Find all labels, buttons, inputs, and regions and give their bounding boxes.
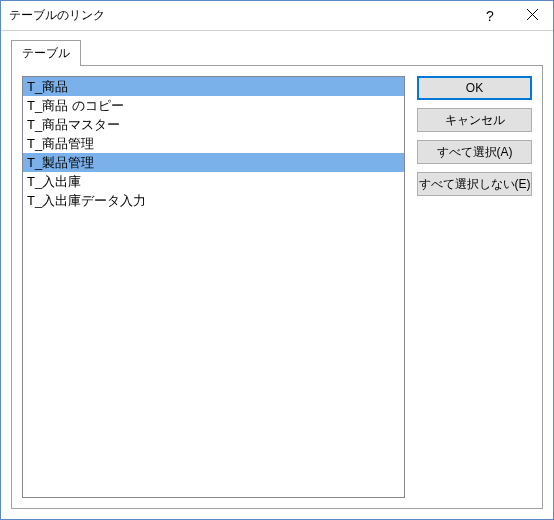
list-item[interactable]: T_入出庫データ入力: [23, 191, 404, 210]
tabpanel: T_商品T_商品 のコピーT_商品マスターT_商品管理T_製品管理T_入出庫T_…: [11, 65, 543, 509]
dialog-content: テーブル T_商品T_商品 のコピーT_商品マスターT_商品管理T_製品管理T_…: [1, 31, 553, 519]
list-item[interactable]: T_入出庫: [23, 172, 404, 191]
button-column: OK キャンセル すべて選択(A) すべて選択しない(E): [417, 76, 532, 498]
list-item[interactable]: T_商品 のコピー: [23, 96, 404, 115]
select-all-button[interactable]: すべて選択(A): [417, 140, 532, 164]
deselect-all-label: すべて選択しない(E): [419, 176, 531, 193]
tables-listbox[interactable]: T_商品T_商品 のコピーT_商品マスターT_商品管理T_製品管理T_入出庫T_…: [22, 76, 405, 498]
deselect-all-button[interactable]: すべて選択しない(E): [417, 172, 532, 196]
cancel-button[interactable]: キャンセル: [417, 108, 532, 132]
cancel-label: キャンセル: [445, 112, 505, 129]
ok-button[interactable]: OK: [417, 76, 532, 100]
list-item[interactable]: T_製品管理: [23, 153, 404, 172]
dialog-window: テーブルのリンク ? テーブル T_商品T_商品 のコピーT_商品マスターT_商…: [0, 0, 554, 520]
tabstrip: テーブル: [11, 39, 543, 65]
list-item[interactable]: T_商品マスター: [23, 115, 404, 134]
tab-tables[interactable]: テーブル: [11, 40, 81, 66]
titlebar: テーブルのリンク ?: [1, 1, 553, 31]
close-icon: [527, 9, 538, 23]
select-all-label: すべて選択(A): [437, 144, 513, 161]
list-item[interactable]: T_商品: [23, 77, 404, 96]
help-button[interactable]: ?: [469, 2, 511, 30]
help-icon: ?: [486, 8, 494, 24]
tab-label: テーブル: [22, 46, 70, 60]
ok-label: OK: [466, 81, 483, 95]
dialog-title: テーブルのリンク: [9, 7, 469, 24]
close-button[interactable]: [511, 2, 553, 30]
list-item[interactable]: T_商品管理: [23, 134, 404, 153]
